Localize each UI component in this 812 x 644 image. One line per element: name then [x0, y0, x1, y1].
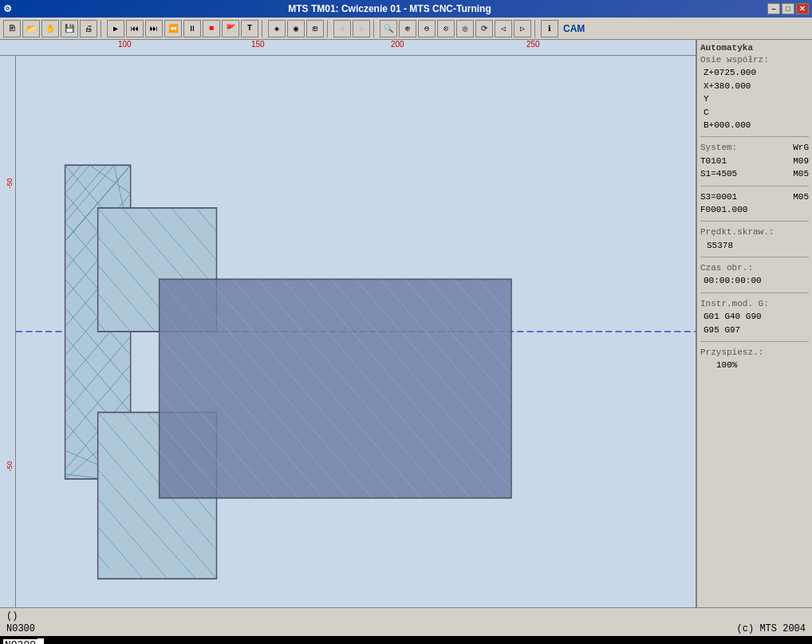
- divider2: [700, 186, 809, 187]
- titlebar-icon: ⚙: [3, 3, 12, 14]
- info-button[interactable]: ℹ: [541, 20, 558, 37]
- skip-back[interactable]: ⏭: [145, 20, 163, 37]
- system-row: System: WrG: [700, 142, 809, 154]
- instr-val2: G95 G97: [700, 324, 809, 336]
- czas-label: Czas obr.:: [700, 262, 809, 274]
- input-cursor: N0300: [3, 639, 37, 645]
- y-value: Y: [700, 93, 809, 105]
- x-value: X+380.000: [700, 80, 809, 92]
- z-value: Z+0725.000: [700, 67, 809, 79]
- prd-value: S5378: [700, 240, 809, 252]
- new-button[interactable]: 🖹: [3, 20, 21, 37]
- input-cursor-block: [37, 638, 44, 644]
- play-button[interactable]: ▶: [107, 20, 124, 37]
- ruler-tick-250: 250: [526, 40, 540, 49]
- sep4: [373, 20, 376, 37]
- minimize-button[interactable]: –: [767, 3, 780, 14]
- ruler-top: 100 150 200 250: [0, 40, 696, 56]
- statusbar: () N0300 (c) MTS 2004: [0, 607, 812, 636]
- sim3-button[interactable]: ⊞: [306, 20, 324, 37]
- titlebar: ⚙ MTS TM01: Cwiczenie 01 - MTS CNC-Turni…: [0, 0, 812, 18]
- divider4: [700, 257, 809, 257]
- main-area: 100 150 200 250 -50 -50: [0, 40, 812, 607]
- instr-label: Instr.mod. G:: [700, 298, 809, 310]
- przysp-label: Przyspiesz.:: [700, 347, 809, 359]
- divider5: [700, 293, 809, 293]
- zoom3-button[interactable]: ⊖: [418, 20, 436, 37]
- t-button[interactable]: T: [241, 20, 258, 37]
- cnc-drawing: [16, 56, 696, 607]
- sep1: [101, 20, 104, 37]
- status-line1: (): [6, 611, 18, 622]
- przysp-value: 100%: [700, 359, 809, 371]
- nav1-button[interactable]: ◁: [495, 20, 512, 37]
- right-panel: Automatyka Osie współrz: Z+0725.000 X+38…: [696, 40, 812, 607]
- ruler-tick-200: 200: [391, 40, 404, 49]
- nav2-button[interactable]: ▷: [514, 20, 531, 37]
- save-button[interactable]: 💾: [61, 20, 78, 37]
- refresh-button[interactable]: ⟳: [475, 20, 493, 37]
- s1-row: S1=4505 M05: [700, 168, 809, 180]
- divider3: [700, 221, 809, 222]
- hand-button[interactable]: ✋: [41, 20, 59, 37]
- c-value: C: [700, 107, 809, 119]
- panel-title: Automatyka: [700, 43, 809, 53]
- czas-value: 00:00:00:00: [700, 275, 809, 287]
- undo-button[interactable]: ↺: [333, 20, 351, 37]
- titlebar-controls: – □ ✕: [767, 3, 809, 14]
- ruler-tick-150: 150: [251, 40, 265, 49]
- cam-label[interactable]: CAM: [560, 23, 588, 34]
- open-button[interactable]: 📂: [22, 20, 40, 37]
- toolbar: 🖹 📂 ✋ 💾 🖨 ▶ ⏮ ⏭ ⏪ ⏸ ■ 🚩 T ◈ ◉ ⊞ ↺ ↻ 🔍 ⊕ …: [0, 18, 812, 40]
- sim2-button[interactable]: ◉: [287, 20, 305, 37]
- zoom5-button[interactable]: ◎: [456, 20, 474, 37]
- ruler-tick-minus50-top: -50: [6, 178, 14, 188]
- zoom2-button[interactable]: ⊕: [399, 20, 416, 37]
- drawing[interactable]: [16, 56, 696, 607]
- zoom-button[interactable]: 🔍: [380, 20, 397, 37]
- ruler-tick-100: 100: [118, 40, 132, 49]
- pause-button[interactable]: ⏸: [183, 20, 201, 37]
- sim-button[interactable]: ◈: [268, 20, 286, 37]
- sep5: [534, 20, 538, 37]
- instr-val1: G01 G40 G90: [700, 311, 809, 323]
- prev-button[interactable]: ⏮: [126, 20, 144, 37]
- osie-label: Osie współrz:: [700, 54, 809, 66]
- close-button[interactable]: ✕: [796, 3, 809, 14]
- redo-button[interactable]: ↻: [353, 20, 370, 37]
- step-back[interactable]: ⏪: [164, 20, 182, 37]
- zoom4-button[interactable]: ⊙: [437, 20, 455, 37]
- divider1: [700, 136, 809, 137]
- t-row: T0101 M09: [700, 155, 809, 167]
- titlebar-title: MTS TM01: Cwiczenie 01 - MTS CNC-Turning: [288, 3, 491, 14]
- status-line2: N0300: [6, 623, 35, 634]
- stop-button[interactable]: ■: [203, 20, 220, 37]
- ruler-left: -50 -50: [0, 56, 16, 607]
- b-value: B+000.000: [700, 120, 809, 132]
- s3-row: S3=0001 M05: [700, 191, 809, 203]
- divider6: [700, 341, 809, 342]
- sep2: [262, 20, 265, 37]
- prd-label: Prędkt.skraw.:: [700, 226, 809, 238]
- sep3: [327, 20, 330, 37]
- input-line[interactable]: N0300: [0, 636, 812, 644]
- print-button[interactable]: 🖨: [80, 20, 97, 37]
- flag-button[interactable]: 🚩: [222, 20, 239, 37]
- canvas-area[interactable]: 100 150 200 250 -50 -50: [0, 40, 696, 607]
- copyright-text: (c) MTS 2004: [737, 623, 806, 634]
- ruler-tick-minus50-bot: -50: [6, 461, 14, 471]
- f-value: F0001.000: [700, 204, 809, 216]
- maximize-button[interactable]: □: [782, 3, 794, 14]
